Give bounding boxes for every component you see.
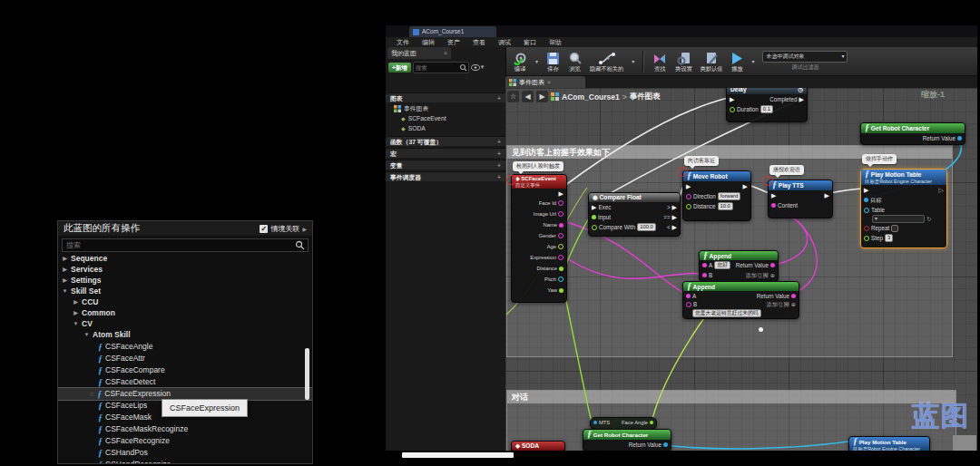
string-pin[interactable] (686, 194, 691, 199)
node-play-motion-table-2[interactable]: ƒ Play Motion Table 目标是Robot Engine Char… (848, 436, 930, 451)
string-pin[interactable] (558, 255, 564, 260)
string-pin[interactable] (559, 223, 564, 228)
compare-value-input[interactable]: 100.0 (637, 223, 656, 231)
node-scface-event[interactable]: ◈ SCFaceEvent 自定义事件 ▶ Face Id Image Url … (511, 174, 567, 303)
tree-item-csfacecompare[interactable]: ƒCSFaceCompare (58, 364, 313, 376)
exec-out-pin[interactable]: ▶ (825, 192, 829, 199)
step-input[interactable]: 3 (885, 234, 893, 242)
add-dispatcher-icon[interactable]: + (497, 172, 501, 181)
string-out-pin[interactable] (770, 263, 775, 267)
menu-help[interactable]: 帮助 (544, 38, 567, 47)
comment-title[interactable]: 对话 (507, 391, 956, 403)
section-macros[interactable]: 宏+ (386, 148, 505, 158)
eventgraph-item[interactable]: 事件图表 (394, 104, 428, 113)
compile-button[interactable]: 编译 (513, 52, 527, 72)
hide-unrelated-dropdown-icon[interactable]: ▾ (632, 58, 634, 64)
nav-forward-button[interactable]: ▶ (536, 91, 548, 102)
add-new-button[interactable]: +新增 (388, 63, 411, 73)
find-button[interactable]: 查找 (652, 52, 667, 72)
table-asset-dropdown[interactable]: ▾ (872, 215, 925, 223)
exec-out-pin[interactable]: ▶ (743, 183, 748, 189)
scrollbar-thumb[interactable] (305, 348, 309, 400)
repeat-checkbox[interactable] (891, 225, 898, 232)
breadcrumb-current[interactable]: 事件图表 (630, 92, 661, 102)
float-in-pin[interactable] (592, 225, 597, 230)
graph-canvas[interactable]: ☆ ◀ ▶ ACom_Course1 > 事件图表 缩放-1 见到访客上前握手效… (505, 88, 977, 451)
node-get-robot-character-2[interactable]: ƒ Get Robot Character Return Value (583, 429, 671, 451)
exec-in-pin[interactable]: ▶ (730, 96, 734, 102)
tree-item-csfacemaskrecoginze[interactable]: ƒCSFaceMaskRecoginze (58, 423, 313, 435)
my-blueprint-search[interactable] (413, 62, 469, 73)
favorite-star-icon[interactable]: ☆ (89, 388, 94, 400)
float-in-pin[interactable] (592, 215, 596, 219)
menu-file[interactable]: 文件 (391, 38, 415, 47)
target-object-pin[interactable] (864, 198, 868, 202)
tree-item-csfaceangle[interactable]: ƒCSFaceAngle (58, 341, 313, 353)
node-compare-float[interactable]: ◉ Compare Float ▶Exec >▶ Input ==▶ Compa… (588, 192, 681, 237)
menu-debug[interactable]: 调试 (493, 38, 516, 47)
tree-item-atom-skill[interactable]: ▼Atom Skill (58, 329, 313, 341)
node-move-robot[interactable]: ƒ Move Robot ▶▶ Direction forward Distan… (682, 170, 751, 221)
hide-unrelated-button[interactable]: 隐藏不相关的 (590, 52, 623, 72)
section-functions[interactable]: 函数（37 可覆盖）+ (386, 136, 505, 146)
class-defaults-button[interactable]: 类默认值 (701, 52, 723, 72)
my-blueprint-search-input[interactable] (414, 64, 459, 71)
breadcrumb-root[interactable]: ACom_Course1 (562, 92, 620, 102)
comment-bubble[interactable]: 检测到人脸时触发 (513, 161, 564, 171)
node-play-motion-table[interactable]: ƒ Play Motion Table 目标是Robot Engine Char… (860, 169, 947, 248)
exec-in-pin[interactable]: ▶ (592, 204, 596, 210)
nav-back-button[interactable]: ◀ (522, 91, 534, 102)
string-out-pin[interactable] (791, 294, 796, 298)
a-value-input[interactable]: 您好 (714, 261, 730, 269)
b-value-input[interactable]: 您是大老远特意赶过来的吗 (692, 309, 761, 317)
add-variable-icon[interactable]: + (497, 160, 501, 170)
view-options-button[interactable]: ▾ (471, 63, 485, 71)
string-b-pin[interactable] (686, 302, 691, 307)
video-progress-bar[interactable] (402, 452, 514, 458)
object-out-pin[interactable] (957, 136, 962, 141)
play-dropdown-icon[interactable]: ▾ (751, 58, 754, 64)
comment-bubble[interactable]: 播报欢迎语 (769, 165, 804, 175)
exec-out-pin[interactable]: ▷ (939, 187, 944, 193)
node-delay[interactable]: Delay ◷ ▶ Completed▶ Duration 0.1 (726, 88, 808, 122)
exec-out-lt-pin[interactable]: ▶ (672, 224, 677, 230)
node-append-2[interactable]: ƒ Append A Return Value B 添加引脚⊕ 您是大老远特意赶… (682, 281, 799, 319)
browse-button[interactable]: 浏览 (568, 52, 582, 72)
save-button[interactable]: 保存 (546, 52, 560, 72)
node-play-tts[interactable]: ƒ Play TTS ▶▶ Content (768, 180, 833, 218)
float-pin[interactable] (559, 288, 564, 293)
event-item-soda[interactable]: ◆ SODA (401, 124, 426, 133)
add-function-icon[interactable]: + (497, 137, 501, 146)
favorite-star-button[interactable]: ☆ (507, 91, 519, 102)
exec-in-pin[interactable]: ▶ (771, 192, 776, 199)
exec-out-pin[interactable]: ▶ (559, 190, 564, 197)
menu-asset[interactable]: 资产 (442, 38, 466, 47)
string-pin[interactable] (771, 203, 776, 208)
bool-pin[interactable] (864, 226, 869, 231)
close-icon[interactable]: × (547, 76, 551, 88)
string-pin[interactable] (558, 233, 564, 238)
direction-input[interactable]: forward (718, 192, 740, 200)
menu-view[interactable]: 查看 (467, 38, 491, 47)
tree-item-csfacerecognize[interactable]: ƒCSFaceRecognize (58, 435, 313, 447)
tree-item-cshandpos[interactable]: ƒCSHandPos (58, 447, 313, 459)
add-graph-icon[interactable]: + (497, 93, 501, 102)
checkbox-checked-icon[interactable]: ✓ (260, 225, 268, 233)
distance-input[interactable]: 10.0 (718, 202, 733, 210)
play-button[interactable]: 播放 (730, 52, 743, 72)
string-pin[interactable] (558, 211, 564, 217)
section-graphs[interactable]: 图表+ (386, 92, 505, 102)
exec-out-pin[interactable]: ▶ (799, 96, 804, 102)
struct-pin[interactable] (558, 277, 564, 282)
float-pin[interactable] (686, 204, 691, 209)
tree-item-csfaceattr[interactable]: ƒCSFaceAttr (58, 353, 313, 364)
section-dispatchers[interactable]: 事件调度器+ (386, 171, 505, 181)
string-pin[interactable] (558, 200, 564, 206)
object-in-pin[interactable] (593, 421, 597, 424)
chevron-right-icon[interactable]: ▶ (302, 226, 307, 232)
menu-window[interactable]: 窗口 (518, 38, 542, 47)
string-a-pin[interactable] (686, 294, 691, 298)
section-variables[interactable]: 变量+ (386, 160, 505, 170)
duration-input[interactable]: 0.1 (760, 105, 773, 113)
debug-object-dropdown[interactable]: 未选中调试对象 ▾ (762, 51, 848, 63)
